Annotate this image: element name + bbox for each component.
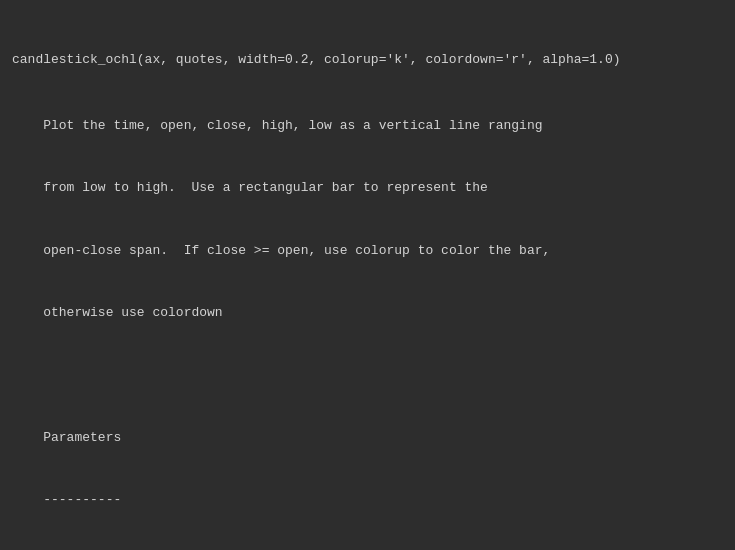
- description-line2: from low to high. Use a rectangular bar …: [12, 178, 723, 199]
- description-line3: open-close span. If close >= open, use c…: [12, 241, 723, 262]
- blank-line-1: [12, 366, 723, 387]
- function-signature: candlestick_ochl(ax, quotes, width=0.2, …: [12, 50, 723, 71]
- documentation-block: candlestick_ochl(ax, quotes, width=0.2, …: [0, 0, 735, 550]
- params-divider: ----------: [12, 490, 723, 511]
- params-header: Parameters: [12, 428, 723, 449]
- description-line4: otherwise use colordown: [12, 303, 723, 324]
- description-line1: Plot the time, open, close, high, low as…: [12, 116, 723, 137]
